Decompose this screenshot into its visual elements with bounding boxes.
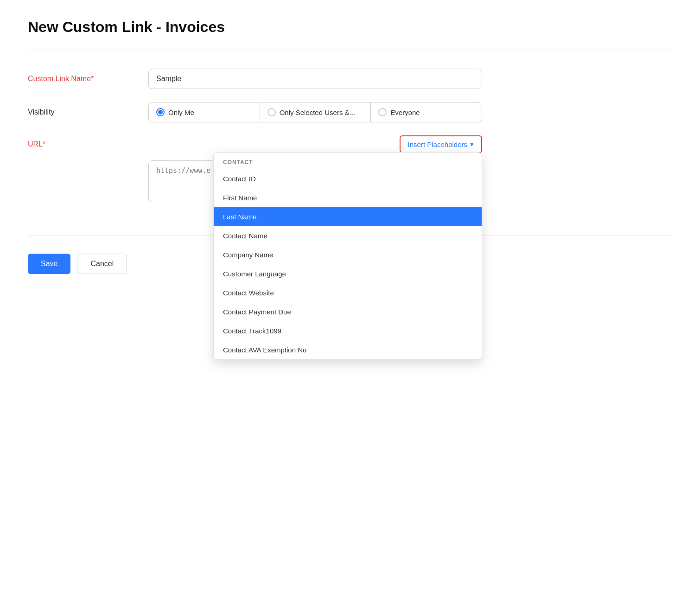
dropdown-item-contact-website[interactable]: Contact Website — [214, 283, 482, 302]
form-section: Custom Link Name* Visibility Only Me Onl… — [28, 59, 672, 226]
url-label: URL* — [28, 135, 148, 148]
visibility-radio-group: Only Me Only Selected Users &... Everyon… — [148, 102, 482, 122]
insert-placeholders-arrow-icon: ▾ — [470, 140, 474, 148]
visibility-row: Visibility Only Me Only Selected Users &… — [28, 102, 672, 122]
page-title: New Custom Link - Invoices — [28, 19, 672, 36]
radio-circle-everyone — [378, 108, 387, 116]
radio-everyone[interactable]: Everyone — [371, 102, 482, 122]
url-field-container: Insert Placeholders ▾ CONTACT Contact ID… — [148, 135, 482, 204]
dropdown-item-company-name[interactable]: Company Name — [214, 245, 482, 264]
radio-only-me[interactable]: Only Me — [149, 102, 260, 122]
dropdown-item-contact-payment-due[interactable]: Contact Payment Due — [214, 302, 482, 321]
radio-circle-only-selected — [267, 108, 276, 116]
dropdown-item-contact-id[interactable]: Contact ID — [214, 169, 482, 188]
url-row: URL* Insert Placeholders ▾ CONTACT Conta… — [28, 135, 672, 204]
custom-link-name-field — [148, 69, 482, 89]
custom-link-name-label: Custom Link Name* — [28, 75, 148, 83]
radio-label-only-selected: Only Selected Users &... — [280, 109, 355, 116]
radio-only-selected[interactable]: Only Selected Users &... — [260, 102, 371, 122]
cancel-button[interactable]: Cancel — [77, 254, 127, 274]
radio-label-everyone: Everyone — [390, 109, 420, 116]
dropdown-item-contact-ava-exemption[interactable]: Contact AVA Exemption No — [214, 340, 482, 359]
dropdown-section-contact: CONTACT — [214, 153, 482, 169]
radio-circle-only-me — [156, 108, 165, 116]
dropdown-item-customer-language[interactable]: Customer Language — [214, 264, 482, 283]
dropdown-item-last-name[interactable]: Last Name — [214, 207, 482, 226]
insert-placeholders-label: Insert Placeholders — [408, 140, 467, 148]
dropdown-item-contact-track1099[interactable]: Contact Track1099 — [214, 321, 482, 340]
dropdown-item-first-name[interactable]: First Name — [214, 188, 482, 207]
dropdown-scroll-area[interactable]: CONTACT Contact ID First Name Last Name … — [214, 153, 482, 359]
visibility-field: Only Me Only Selected Users &... Everyon… — [148, 102, 482, 122]
visibility-label: Visibility — [28, 108, 148, 116]
top-divider — [28, 50, 672, 50]
custom-link-name-input[interactable] — [148, 69, 482, 89]
custom-link-name-row: Custom Link Name* — [28, 69, 672, 89]
radio-label-only-me: Only Me — [168, 109, 194, 116]
placeholders-dropdown: CONTACT Contact ID First Name Last Name … — [213, 152, 482, 360]
insert-placeholders-button[interactable]: Insert Placeholders ▾ — [400, 135, 482, 153]
dropdown-item-contact-name[interactable]: Contact Name — [214, 226, 482, 245]
save-button[interactable]: Save — [28, 254, 70, 274]
